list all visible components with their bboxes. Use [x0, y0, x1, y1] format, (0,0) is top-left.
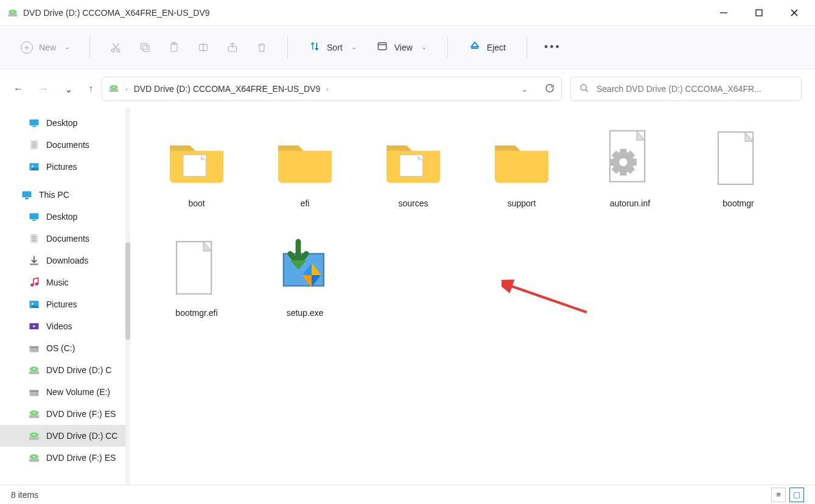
sidebar-label: New Volume (E:)	[46, 387, 110, 397]
sidebar-label: Desktop	[46, 118, 77, 128]
minimize-button[interactable]	[715, 4, 732, 21]
breadcrumb[interactable]: DVD Drive (D:) CCCOMA_X64FRE_EN-US_DV9	[134, 84, 321, 94]
up-button[interactable]: ↑	[88, 83, 93, 94]
file-item-setup-exe[interactable]: setup.exe	[251, 229, 359, 338]
sidebar-label: OS (C:)	[46, 343, 75, 353]
rename-button[interactable]	[191, 35, 215, 60]
eject-button[interactable]: Eject	[461, 37, 513, 58]
refresh-button[interactable]	[544, 83, 555, 96]
more-button[interactable]: •••	[540, 35, 565, 60]
body: DesktopDocumentsPicturesThis PCDesktopDo…	[0, 108, 815, 485]
sidebar-item-documents[interactable]: Documents	[0, 134, 130, 156]
file-label: bootmgr	[722, 198, 754, 208]
dvd-icon	[7, 7, 18, 18]
svg-point-64	[33, 456, 35, 457]
address-bar[interactable]: › DVD Drive (D:) CCCOMA_X64FRE_EN-US_DV9…	[102, 77, 562, 101]
svg-rect-34	[26, 198, 29, 200]
svg-line-75	[630, 153, 632, 155]
sidebar-item-dvd-drive-f-es[interactable]: DVD Drive (F:) ES	[0, 403, 130, 425]
paste-button[interactable]	[162, 35, 186, 60]
forward-button[interactable]: →	[39, 83, 49, 94]
maximize-button[interactable]	[750, 4, 768, 21]
recent-button[interactable]: ⌄	[65, 83, 72, 95]
chevron-down-icon: ⌄	[65, 43, 70, 51]
address-dropdown[interactable]: ⌄	[521, 84, 528, 94]
details-view-button[interactable]: ≡	[771, 488, 786, 502]
sidebar-item-dvd-drive-d-c[interactable]: DVD Drive (D:) C	[0, 359, 130, 381]
cut-button[interactable]	[103, 35, 128, 60]
file-item-bootmgr[interactable]: bootmgr	[684, 119, 792, 229]
chevron-down-icon: ⌄	[421, 43, 427, 51]
file-icon	[163, 235, 230, 302]
sidebar-item-this-pc[interactable]: This PC	[0, 184, 130, 206]
back-button[interactable]: ←	[13, 83, 23, 94]
sidebar-item-pictures[interactable]: Pictures	[0, 293, 130, 315]
breadcrumb-sep: ›	[125, 85, 128, 93]
new-label: New	[39, 43, 56, 52]
sidebar-item-music[interactable]: Music	[0, 271, 130, 293]
sidebar-item-videos[interactable]: Videos	[0, 315, 130, 337]
chevron-down-icon: ⌄	[351, 43, 357, 51]
status-text: 8 items	[11, 490, 38, 500]
file-item-efi[interactable]: efi	[251, 119, 359, 229]
sort-button[interactable]: Sort ⌄	[301, 37, 364, 58]
folder-icon	[488, 125, 555, 192]
close-button[interactable]	[786, 4, 803, 21]
svg-point-58	[33, 412, 35, 413]
svg-rect-18	[378, 43, 386, 50]
sidebar-label: DVD Drive (F:) ES	[46, 453, 116, 463]
delete-button[interactable]	[250, 35, 274, 60]
file-item-sources[interactable]: sources	[359, 119, 467, 229]
file-item-boot[interactable]: boot	[142, 119, 251, 229]
file-item-support[interactable]: support	[467, 119, 576, 229]
sidebar-label: Videos	[46, 321, 72, 331]
search-icon	[579, 83, 589, 95]
divider	[89, 37, 90, 58]
file-label: sources	[398, 198, 428, 208]
folder-doc-icon	[380, 125, 447, 192]
search-input[interactable]	[596, 84, 792, 94]
sidebar-label: Music	[46, 278, 69, 287]
search-box[interactable]	[570, 77, 802, 101]
icons-view-button[interactable]: ▢	[789, 488, 804, 502]
view-icon	[376, 40, 388, 54]
file-item-bootmgr-efi[interactable]: bootmgr.efi	[142, 229, 251, 338]
file-label: bootmgr.efi	[175, 308, 217, 318]
svg-line-76	[614, 169, 617, 172]
file-label: setup.exe	[287, 308, 324, 318]
view-button[interactable]: View ⌄	[369, 37, 434, 58]
divider	[447, 37, 448, 58]
sidebar-item-dvd-drive-f-es[interactable]: DVD Drive (F:) ES	[0, 447, 130, 469]
share-button[interactable]	[220, 35, 245, 60]
file-label: autorun.inf	[610, 198, 650, 208]
sidebar-item-documents[interactable]: Documents	[0, 228, 130, 250]
sidebar-item-pictures[interactable]: Pictures	[0, 156, 130, 178]
sidebar-item-new-volume-e-[interactable]: New Volume (E:)	[0, 381, 130, 403]
breadcrumb-sep: ›	[326, 85, 329, 93]
file-label: boot	[188, 198, 205, 208]
svg-rect-26	[32, 126, 37, 127]
sidebar-item-dvd-drive-d-cc[interactable]: DVD Drive (D:) CC	[0, 425, 130, 447]
sidebar-item-desktop[interactable]: Desktop	[0, 206, 130, 228]
sidebar-label: Documents	[46, 140, 89, 150]
svg-rect-54	[30, 390, 39, 392]
navigation-area: ← → ⌄ ↑ › DVD Drive (D:) CCCOMA_X64FRE_E…	[0, 69, 815, 108]
svg-rect-36	[32, 220, 37, 221]
svg-line-74	[614, 153, 617, 155]
sort-icon	[309, 40, 321, 54]
sidebar-label: DVD Drive (D:) CC	[46, 431, 117, 441]
sidebar-item-desktop[interactable]: Desktop	[0, 112, 130, 134]
sidebar-item-downloads[interactable]: Downloads	[0, 250, 130, 271]
svg-line-24	[586, 89, 588, 92]
sidebar-item-os-c-[interactable]: OS (C:)	[0, 337, 130, 359]
svg-point-55	[37, 393, 38, 394]
sidebar-label: Desktop	[46, 212, 77, 222]
copy-button[interactable]	[133, 35, 157, 60]
content-pane[interactable]: bootefisourcessupportautorun.infbootmgrb…	[130, 108, 815, 485]
nav-buttons: ← → ⌄ ↑	[13, 83, 93, 95]
svg-point-32	[32, 166, 33, 167]
scrollbar-thumb[interactable]	[125, 242, 130, 340]
new-button[interactable]: + New ⌄	[15, 38, 76, 57]
sidebar-label: DVD Drive (D:) C	[46, 365, 111, 375]
file-item-autorun-inf[interactable]: autorun.inf	[576, 119, 684, 229]
